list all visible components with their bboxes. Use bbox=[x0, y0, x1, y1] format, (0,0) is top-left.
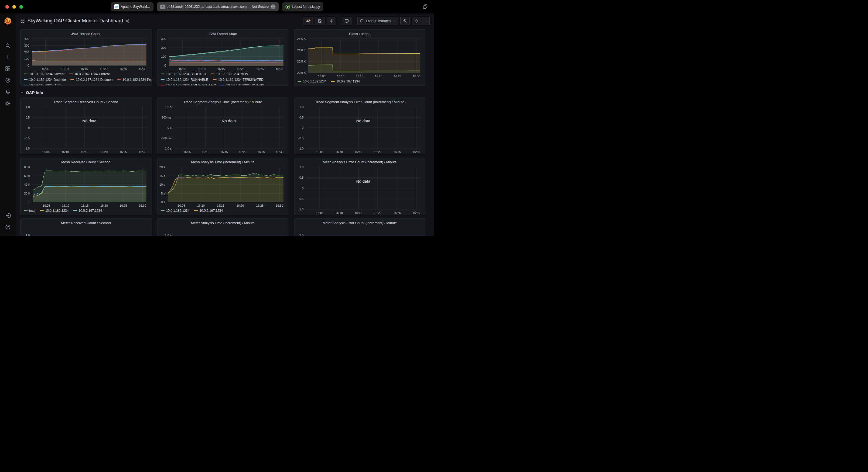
y-axis-label: 0 bbox=[296, 187, 304, 190]
chevron-down-icon bbox=[393, 20, 396, 23]
x-axis-label: 16:10 bbox=[197, 204, 205, 207]
x-axis-label: 16:05 bbox=[316, 150, 324, 154]
legend-series-label[interactable]: 10.0.2.167:1234 bbox=[199, 209, 223, 212]
y-axis-label: 0 bbox=[22, 200, 30, 204]
panel-mesh-analysis-error: Mesh Analysis Error Count (Increment) / … bbox=[294, 158, 425, 215]
tab-overview-icon[interactable] bbox=[423, 4, 428, 10]
legend-series-label[interactable]: 10.0.2.167:1234-Peak bbox=[29, 83, 61, 86]
cycle-view-button[interactable] bbox=[342, 17, 351, 25]
grafana-logo[interactable] bbox=[3, 17, 12, 26]
x-axis-label: 16:10 bbox=[61, 67, 69, 71]
zoom-out-time-button[interactable] bbox=[400, 17, 410, 25]
panel-title[interactable]: Class Loaded bbox=[294, 30, 425, 36]
legend-series-label[interactable]: 10.0.1.182:1234-WAITING bbox=[226, 83, 264, 86]
y-axis-label: 21.0 K bbox=[296, 48, 306, 52]
panel-title[interactable]: Mesh Analysis Time (Increment) / Minute bbox=[157, 158, 288, 165]
panel-title[interactable]: Meter Analysis Error Count (Increment) /… bbox=[294, 219, 425, 226]
legend-series-label[interactable]: 10.0.2.167:1234 bbox=[336, 79, 360, 83]
y-axis-label: 0.5 bbox=[296, 176, 304, 179]
close-window-button[interactable] bbox=[5, 5, 9, 9]
legend-series-label[interactable]: total bbox=[29, 209, 35, 212]
sidebar-item-alerting[interactable] bbox=[0, 86, 16, 98]
refresh-button[interactable] bbox=[412, 17, 421, 25]
sidebar-item-help[interactable] bbox=[0, 221, 16, 233]
x-axis-label: 16:15 bbox=[355, 211, 362, 215]
search-icon bbox=[5, 42, 11, 48]
legend-series-label[interactable]: 10.0.1.182:1234-Peak bbox=[122, 78, 151, 81]
sidebar-item-dashboards[interactable] bbox=[0, 63, 16, 74]
panel-title[interactable]: Trace Segment Analysis Time (Increment) … bbox=[157, 98, 288, 104]
x-axis-label: 16:20 bbox=[374, 211, 382, 215]
row-oap-info[interactable]: OAP Info bbox=[20, 89, 425, 96]
x-axis-label: 16:10 bbox=[62, 204, 69, 207]
legend-series-label[interactable]: 10.0.1.182:1234-NEW bbox=[216, 72, 248, 76]
time-range-picker[interactable]: Last 30 minutes bbox=[358, 17, 398, 25]
y-axis-label: 20.0 K bbox=[296, 71, 306, 74]
legend-series-label[interactable]: 10.0.2.167:1234-Daemon bbox=[76, 78, 113, 81]
y-axis-label: -0.5 bbox=[296, 137, 304, 140]
y-axis-label: -0.5 bbox=[22, 137, 30, 140]
panel-title[interactable]: JVM Thread State bbox=[157, 30, 288, 36]
tab-grafana-active[interactable]: ✕ e0881eed4-22961232.ap-east-1.elb.amazo… bbox=[157, 2, 279, 11]
share-icon[interactable] bbox=[126, 19, 130, 23]
panel-title[interactable]: Mesh Analysis Error Count (Increment) / … bbox=[294, 158, 425, 165]
zoom-window-button[interactable] bbox=[20, 5, 23, 9]
legend-item: 10.0.1.182:1234-NEW bbox=[211, 72, 248, 76]
y-axis-label: 200 bbox=[159, 46, 166, 49]
panel-title[interactable]: Mesh Received Count / Second bbox=[21, 158, 151, 165]
panel-trace-analysis-error: Trace Segment Analysis Error Count (Incr… bbox=[294, 98, 425, 154]
legend-series-label[interactable]: 10.0.2.167:1234-Current bbox=[74, 72, 110, 76]
chevron-down-icon bbox=[20, 91, 24, 94]
tab-apache-skywalking[interactable]: SW Apache SkyWalki… bbox=[111, 2, 153, 11]
chart-meter-received: 1.0 bbox=[22, 234, 150, 236]
sidebar-item-explore[interactable] bbox=[0, 74, 16, 86]
tab-locust[interactable]: Locust for tasks.py bbox=[282, 2, 323, 11]
legend-series-label[interactable]: 10.0.1.182:1234-BLOCKED bbox=[166, 72, 206, 76]
legend-swatch bbox=[221, 85, 224, 86]
panel-row-meter: Meter Received Count / Second 1.0 Meter … bbox=[20, 218, 425, 236]
y-axis-label: 1.0 bbox=[22, 234, 30, 236]
sidebar-item-search[interactable] bbox=[0, 40, 16, 51]
legend-item: 10.0.1.182:1234-TIMED_WAITING bbox=[161, 83, 216, 86]
dashboard-settings-button[interactable] bbox=[327, 17, 336, 25]
x-axis-label: 16:30 bbox=[413, 211, 420, 215]
x-axis-label: 16:05 bbox=[42, 67, 49, 71]
add-panel-button[interactable] bbox=[303, 17, 313, 25]
x-axis-label: 16:05 bbox=[42, 150, 50, 154]
sidebar-item-create[interactable] bbox=[0, 51, 16, 63]
y-axis-label: 0.5 bbox=[22, 116, 30, 119]
dashboard-title[interactable]: SkyWalking OAP Cluster Monitor Dashboard bbox=[28, 18, 123, 24]
panel-title[interactable]: JVM Thread Count bbox=[21, 30, 151, 36]
tab-title: Apache SkyWalki… bbox=[121, 5, 150, 9]
panel-title[interactable]: Trace Segment Received Count / Second bbox=[21, 98, 151, 104]
legend-swatch bbox=[24, 73, 28, 74]
sidebar-item-configuration[interactable] bbox=[0, 98, 16, 109]
legend-series-label[interactable]: 10.0.1.182:1234 bbox=[166, 209, 190, 212]
save-dashboard-button[interactable] bbox=[315, 17, 324, 25]
panel-title[interactable]: Meter Analysis Time (Increment) / Minute bbox=[157, 219, 288, 226]
x-axis-label: 16:15 bbox=[81, 150, 89, 154]
legend-series-label[interactable]: 10.0.1.182:1234-Current bbox=[29, 72, 64, 76]
close-icon[interactable]: ✕ bbox=[160, 5, 165, 9]
legend-series-label[interactable]: 10.0.1.182:1234-Daemon bbox=[29, 78, 66, 81]
panel-title[interactable]: Meter Received Count / Second bbox=[21, 219, 151, 226]
refresh-interval-dropdown[interactable] bbox=[423, 17, 429, 25]
legend-series-label[interactable]: 10.0.1.182:1234-TERMINATED bbox=[218, 78, 264, 81]
legend-series-label[interactable]: 10.0.1.182:1234-RUNNABLE bbox=[166, 78, 208, 81]
legend-series-label[interactable]: 10.0.2.167:1234 bbox=[79, 209, 102, 212]
panel-title[interactable]: Trace Segment Analysis Error Count (Incr… bbox=[294, 98, 425, 104]
plus-icon bbox=[5, 54, 11, 60]
panel-row-trace: Trace Segment Received Count / Second -1… bbox=[20, 98, 425, 154]
x-axis-label: 16:10 bbox=[335, 150, 343, 154]
legend-series-label[interactable]: 10.0.1.182:1234 bbox=[303, 79, 327, 83]
y-axis-label: 300 bbox=[159, 37, 166, 40]
panel-meter-analysis-time: Meter Analysis Time (Increment) / Minute… bbox=[157, 218, 289, 236]
legend-series-label[interactable]: 10.0.1.182:1234-TIMED_WAITING bbox=[166, 83, 216, 86]
sidebar-item-sign-in[interactable] bbox=[0, 210, 16, 221]
legend-item: 10.0.2.167:1234 bbox=[73, 209, 102, 212]
dashboard-body: JVM Thread Count 010020030040016:0516:10… bbox=[16, 28, 434, 236]
ellipsis-icon[interactable]: ••• bbox=[271, 4, 275, 9]
legend-series-label[interactable]: 10.0.1.182:1234 bbox=[45, 209, 69, 212]
sidebar bbox=[0, 13, 16, 236]
minimize-window-button[interactable] bbox=[12, 5, 16, 9]
